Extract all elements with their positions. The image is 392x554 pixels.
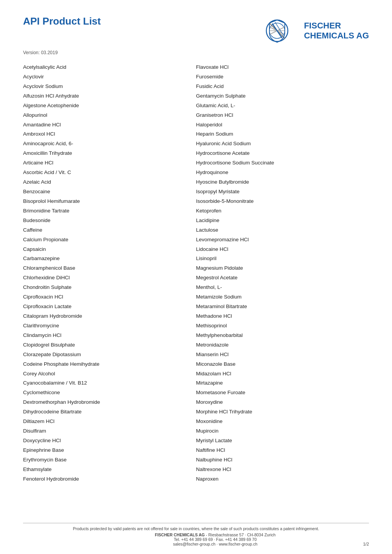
list-item: Haloperidol [196,121,369,129]
list-item: Hydroquinone [196,168,369,177]
list-item: Acetylsalicylic Acid [23,63,196,72]
list-item: Dihydrocodeine Bitartrate [23,408,196,416]
list-item: Ciprofloxacin HCl [23,293,196,302]
list-item: Midazolam HCl [196,370,369,378]
list-item: Erythromycin Base [23,456,196,464]
list-item: Flavoxate HCl [196,63,369,72]
list-item: Clarithromycine [23,322,196,330]
list-item: Glutamic Acid, L- [196,101,369,110]
product-list: Acetylsalicylic AcidAcyclovirAcyclovir S… [23,63,369,511]
list-item: Heparin Sodium [196,130,369,139]
list-item: Metaraminol Bitartrate [196,302,369,311]
list-item: Levomepromazine HCl [196,236,369,244]
list-item: Caffeine [23,226,196,235]
list-item: Clindamycin HCl [23,331,196,340]
list-item: Allopurinol [23,111,196,120]
list-item: Fenoterol Hydrobromide [23,475,196,484]
list-item: Mianserin HCl [196,350,369,359]
list-item: Dextromethorphan Hydrobromide [23,398,196,407]
list-item: Moxonidine [196,417,369,426]
logo-line2: CHEMICALS AG [304,31,369,41]
list-item: Naftifine HCl [196,446,369,455]
footer-address: Riesbachstrasse 57 · CH-8034 Zurich [208,532,276,537]
list-item: Mirtazapine [196,379,369,388]
list-item: Clopidogrel Bisulphate [23,341,196,350]
list-item: Hydrocortisone Acetate [196,149,369,158]
right-column: Flavoxate HClFurosemideFusidic AcidGenta… [196,63,369,511]
list-item: Citalopram Hydrobromide [23,312,196,321]
list-item: Corey Alcohol [23,370,196,378]
list-item: Nalbuphine HCl [196,456,369,464]
header-left: API Product List [23,15,101,31]
list-item: Menthol, L- [196,283,369,292]
list-item: Algestone Acetophenide [23,101,196,110]
list-item: Ambroxol HCl [23,130,196,139]
list-item: Chlorhexidine DiHCl [23,274,196,282]
footer-page: 1/2 [363,542,369,546]
list-item: Codeine Phosphate Hemihydrate [23,360,196,369]
list-item: Calcium Propionate [23,236,196,244]
footer-contact-info: FISCHER CHEMICALS AG - Riesbachstrasse 5… [67,532,363,546]
page: API Product List FISCHER CHEM [0,0,392,554]
list-item: Isopropyl Myristate [196,187,369,196]
list-item: Diltiazem HCl [23,417,196,426]
list-item: Brimonidine Tartrate [23,207,196,216]
list-item: Cyanocobalamine / Vit. B12 [23,379,196,388]
list-item: Amantadine HCl [23,121,196,129]
list-item: Hydrocortisone Sodium Succinate [196,159,369,168]
list-item: Gentamycin Sulphate [196,92,369,101]
list-item: Bisoprolol Hemifumarate [23,197,196,206]
list-item: Benzocaine [23,187,196,196]
list-item: Metamizole Sodium [196,293,369,302]
footer-disclaimer: Products protected by valid patents are … [23,526,369,531]
list-item: Alfuzosin HCl Anhydrate [23,92,196,101]
list-item: Furosemide [196,73,369,81]
logo-icon [266,15,300,46]
header: API Product List FISCHER CHEM [23,15,369,46]
footer: Products protected by valid patents are … [23,523,369,546]
list-item: Ascorbic Acid / Vit. C [23,168,196,177]
list-item: Ethamsylate [23,465,196,474]
list-item: Mupirocin [196,427,369,436]
logo-line1: FISCHER [304,21,369,31]
list-item: Methylphenobarbital [196,331,369,340]
list-item: Miconazole Base [196,360,369,369]
list-item: Lidocaine HCl [196,245,369,254]
list-item: Granisetron HCl [196,111,369,120]
list-item: Magnesium Pidolate [196,264,369,273]
list-item: Amoxicillin Trihydrate [23,149,196,158]
page-title: API Product List [23,15,101,27]
list-item: Ketoprofen [196,207,369,216]
list-item: Lacidipine [196,216,369,225]
logo-area: FISCHER CHEMICALS AG [266,15,369,46]
list-item: Clorazepate Dipotassium [23,350,196,359]
list-item: Disulfiram [23,427,196,436]
footer-email-web: sales@fischer-group.ch · www.fischer-gro… [67,542,363,546]
list-item: Hyoscine Butylbromide [196,178,369,187]
list-item: Myristyl Lactate [196,436,369,445]
list-item: Aminocaproic Acid, 6- [23,139,196,148]
footer-bottom: FISCHER CHEMICALS AG - Riesbachstrasse 5… [23,532,369,546]
list-item: Articaine HCl [23,159,196,168]
list-item: Naltrexone HCl [196,465,369,474]
list-item: Isosorbide-5-Mononitrate [196,197,369,206]
list-item: Azelaic Acid [23,178,196,187]
list-item: Methadone HCl [196,312,369,321]
list-item: Moroxydine [196,398,369,407]
list-item: Fusidic Acid [196,82,369,91]
list-item: Cyclomethicone [23,388,196,397]
version-label: Version: 03.2019 [23,50,369,55]
list-item: Capsaicin [23,245,196,254]
footer-tel: Tel. +41 44 389 69 69 · Fax. +41 44 389 … [67,537,363,542]
list-item: Acyclovir [23,73,196,81]
list-item: Acyclovir Sodium [23,82,196,91]
list-item: Lisinopril [196,254,369,263]
list-item: Megestrol Acetate [196,274,369,282]
list-item: Naproxen [196,475,369,484]
list-item: Epinephrine Base [23,446,196,455]
list-item: Lactulose [196,226,369,235]
list-item: Doxycycline HCl [23,436,196,445]
logo-text: FISCHER CHEMICALS AG [304,21,369,41]
list-item: Carbamazepine [23,254,196,263]
list-item: Chondroitin Sulphate [23,283,196,292]
